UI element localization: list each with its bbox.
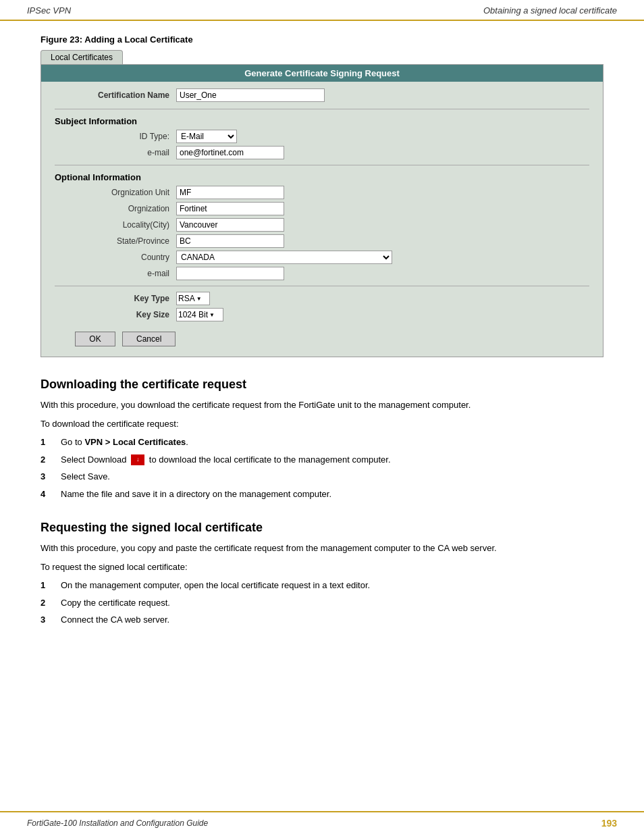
locality-row: Locality(City) bbox=[55, 218, 589, 232]
page-header: IPSec VPN Obtaining a signed local certi… bbox=[0, 0, 644, 21]
section1-steps: 1 Go to VPN > Local Certificates. 2 Sele… bbox=[41, 436, 603, 500]
state-label: State/Province bbox=[55, 236, 176, 246]
page-footer: FortiGate-100 Installation and Configura… bbox=[0, 811, 644, 834]
ok-button[interactable]: OK bbox=[75, 332, 115, 346]
state-input[interactable] bbox=[176, 234, 284, 248]
key-size-arrow-icon: ▼ bbox=[209, 312, 215, 318]
id-type-label: ID Type: bbox=[55, 132, 176, 141]
step-2-1: 1 On the management computer, open the l… bbox=[41, 579, 603, 592]
id-type-row: ID Type: E-Mail bbox=[55, 130, 589, 143]
step-content-2-1: On the management computer, open the loc… bbox=[61, 579, 603, 592]
step-content-1: Go to VPN > Local Certificates. bbox=[61, 436, 603, 449]
section2-steps: 1 On the management computer, open the l… bbox=[41, 579, 603, 627]
step-content-4: Name the file and save it in a directory… bbox=[61, 488, 603, 501]
footer-left: FortiGate-100 Installation and Configura… bbox=[27, 818, 208, 828]
section1-intro: With this procedure, you download the ce… bbox=[41, 398, 603, 412]
header-left: IPSec VPN bbox=[27, 5, 71, 16]
section2-intro: With this procedure, you copy and paste … bbox=[41, 542, 603, 555]
key-type-label: Key Type bbox=[55, 294, 176, 303]
org-input[interactable] bbox=[176, 202, 284, 215]
step-1-1: 1 Go to VPN > Local Certificates. bbox=[41, 436, 603, 449]
step-num-2-3: 3 bbox=[41, 613, 61, 627]
key-type-value: RSA bbox=[178, 294, 195, 303]
step-1-4: 4 Name the file and save it in a directo… bbox=[41, 488, 603, 501]
key-size-select[interactable]: 1024 Bit ▼ bbox=[176, 308, 223, 321]
step-2-3: 3 Connect the CA web server. bbox=[41, 613, 603, 627]
key-type-arrow-icon: ▼ bbox=[196, 296, 202, 302]
tab-label: Local Certificates bbox=[51, 53, 113, 62]
key-size-label: Key Size bbox=[55, 310, 176, 319]
dialog-title: Generate Certificate Signing Request bbox=[244, 68, 400, 78]
cert-name-input[interactable] bbox=[176, 88, 325, 102]
org-unit-row: Orgnization Unit bbox=[55, 186, 589, 199]
key-size-row: Key Size 1024 Bit ▼ bbox=[55, 308, 589, 321]
dialog-body: Certification Name Subject Information I… bbox=[41, 82, 603, 357]
subject-info-label: Subject Information bbox=[55, 116, 589, 126]
download-icon: ↓ bbox=[131, 454, 144, 465]
optional-email-label: e-mail bbox=[55, 269, 176, 278]
section1-sub-intro: To download the certificate request: bbox=[41, 417, 603, 431]
key-size-value: 1024 Bit bbox=[178, 310, 208, 319]
section2-heading: Requesting the signed local certificate bbox=[41, 521, 603, 535]
email-input[interactable] bbox=[176, 146, 284, 159]
button-row: OK Cancel bbox=[55, 332, 589, 346]
locality-label: Locality(City) bbox=[55, 220, 176, 230]
figure-caption: Figure 23: Adding a Local Certificate bbox=[41, 34, 603, 45]
section2-sub-intro: To request the signed local certificate: bbox=[41, 561, 603, 574]
key-type-select[interactable]: RSA ▼ bbox=[176, 292, 210, 305]
step-content-2-3: Connect the CA web server. bbox=[61, 613, 603, 627]
dialog-box: Generate Certificate Signing Request Cer… bbox=[41, 64, 603, 357]
country-label: Country bbox=[55, 253, 176, 262]
org-row: Orgnization bbox=[55, 202, 589, 215]
step-num-3: 3 bbox=[41, 470, 61, 484]
step-num-2-2: 2 bbox=[41, 596, 61, 610]
step-2-2: 2 Copy the certificate request. bbox=[41, 596, 603, 610]
email-label: e-mail bbox=[55, 148, 176, 157]
optional-info-label: Optional Information bbox=[55, 172, 589, 182]
org-label: Orgnization bbox=[55, 204, 176, 213]
id-type-select[interactable]: E-Mail bbox=[176, 130, 237, 143]
locality-input[interactable] bbox=[176, 218, 284, 232]
optional-email-row: e-mail bbox=[55, 267, 589, 280]
step-num-2-1: 1 bbox=[41, 579, 61, 592]
step-bold-1: VPN > Local Certificates bbox=[84, 437, 186, 447]
tab-container: Local Certificates bbox=[41, 50, 603, 64]
local-certificates-tab[interactable]: Local Certificates bbox=[41, 50, 123, 64]
email-row: e-mail bbox=[55, 146, 589, 159]
country-select[interactable]: CANADA bbox=[176, 251, 392, 264]
step-content-2: Select Download ↓ to download the local … bbox=[61, 453, 603, 467]
country-row: Country CANADA bbox=[55, 251, 589, 264]
cancel-button[interactable]: Cancel bbox=[122, 332, 176, 346]
section1-heading: Downloading the certificate request bbox=[41, 377, 603, 392]
step-num-4: 4 bbox=[41, 488, 61, 501]
step-num-2: 2 bbox=[41, 453, 61, 467]
footer-right: 193 bbox=[601, 818, 617, 829]
optional-email-input[interactable] bbox=[176, 267, 284, 280]
step-content-2-2: Copy the certificate request. bbox=[61, 596, 603, 610]
step-num-1: 1 bbox=[41, 436, 61, 449]
dialog-header: Generate Certificate Signing Request bbox=[41, 65, 603, 82]
org-unit-label: Orgnization Unit bbox=[55, 188, 176, 197]
cert-name-row: Certification Name bbox=[55, 88, 589, 102]
step-after-1: . bbox=[186, 437, 188, 447]
header-right: Obtaining a signed local certificate bbox=[483, 5, 617, 16]
step-content-3: Select Save. bbox=[61, 470, 603, 484]
key-type-row: Key Type RSA ▼ bbox=[55, 292, 589, 305]
cert-name-label: Certification Name bbox=[55, 90, 176, 100]
step-1-2: 2 Select Download ↓ to download the loca… bbox=[41, 453, 603, 467]
state-row: State/Province bbox=[55, 234, 589, 248]
org-unit-input[interactable] bbox=[176, 186, 284, 199]
main-content: Figure 23: Adding a Local Certificate Lo… bbox=[0, 21, 644, 654]
step-1-3: 3 Select Save. bbox=[41, 470, 603, 484]
